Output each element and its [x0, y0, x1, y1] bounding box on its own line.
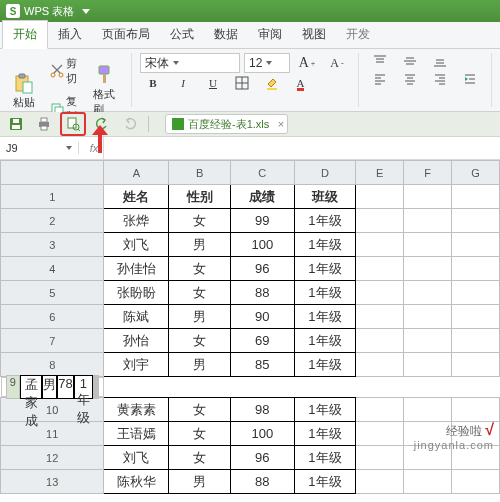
cell[interactable]	[451, 281, 499, 305]
tab-developer[interactable]: 开发	[336, 21, 380, 48]
cell[interactable]	[356, 305, 404, 329]
cell[interactable]: 性别	[169, 185, 231, 209]
cell[interactable]	[451, 353, 499, 377]
cell[interactable]: 刘飞	[104, 233, 169, 257]
cell[interactable]	[451, 185, 499, 209]
cell[interactable]: 陈斌	[104, 305, 169, 329]
cell[interactable]	[356, 257, 404, 281]
cut-button[interactable]: 剪切	[46, 53, 83, 89]
formula-fx-button[interactable]: fx	[85, 139, 103, 157]
align-bottom-button[interactable]	[427, 53, 453, 69]
cell[interactable]: 1年级	[294, 353, 356, 377]
cell[interactable]	[451, 209, 499, 233]
cell[interactable]	[404, 257, 452, 281]
cell[interactable]: 1年级	[294, 470, 356, 494]
cell[interactable]	[451, 257, 499, 281]
italic-button[interactable]: I	[170, 76, 196, 90]
cell[interactable]: 女	[169, 329, 231, 353]
cell[interactable]	[356, 446, 404, 470]
cell[interactable]: 男	[169, 353, 231, 377]
cell[interactable]: 69	[231, 329, 295, 353]
cell[interactable]: 黄素素	[104, 398, 169, 422]
align-left-button[interactable]	[367, 71, 393, 87]
row-header[interactable]: 2	[1, 209, 104, 233]
cell[interactable]: 姓名	[104, 185, 169, 209]
close-icon[interactable]: ×	[278, 118, 284, 130]
align-right-button[interactable]	[427, 71, 453, 87]
cell[interactable]	[356, 209, 404, 233]
cell[interactable]: 男	[42, 375, 57, 399]
cell[interactable]: 1年级	[294, 257, 356, 281]
cell[interactable]: 刘宇	[104, 353, 169, 377]
select-all-corner[interactable]	[1, 161, 104, 185]
cell[interactable]: 1年级	[294, 233, 356, 257]
cell[interactable]	[404, 185, 452, 209]
cell[interactable]: 女	[169, 446, 231, 470]
spreadsheet-grid[interactable]: A B C D E F G 1姓名性别成绩班级2张烨女991年级3刘飞男1001…	[0, 160, 500, 494]
cell[interactable]: 1年级	[294, 422, 356, 446]
row-header[interactable]: 3	[1, 233, 104, 257]
cell[interactable]	[451, 305, 499, 329]
cell[interactable]: 女	[169, 422, 231, 446]
align-center-button[interactable]	[397, 71, 423, 87]
align-top-button[interactable]	[367, 53, 393, 69]
cell[interactable]: 1年级	[294, 281, 356, 305]
tab-start[interactable]: 开始	[2, 20, 48, 49]
cell[interactable]	[356, 185, 404, 209]
cell[interactable]	[404, 281, 452, 305]
tab-view[interactable]: 视图	[292, 21, 336, 48]
row-header[interactable]: 1	[1, 185, 104, 209]
cell[interactable]	[451, 470, 499, 494]
cell[interactable]	[404, 209, 452, 233]
cell[interactable]	[404, 329, 452, 353]
cell[interactable]: 99	[231, 209, 295, 233]
increase-font-button[interactable]: A+	[294, 54, 320, 72]
table-row[interactable]: 4孙佳怡女961年级	[1, 257, 500, 281]
table-row[interactable]: 8刘宇男851年级	[1, 353, 500, 377]
cell[interactable]: 1年级	[294, 209, 356, 233]
tab-formula[interactable]: 公式	[160, 21, 204, 48]
cell[interactable]: 女	[169, 257, 231, 281]
tab-insert[interactable]: 插入	[48, 21, 92, 48]
cell[interactable]: 1年级	[294, 398, 356, 422]
cell[interactable]: 男	[169, 470, 231, 494]
cell[interactable]: 1年级	[294, 446, 356, 470]
cell[interactable]: 100	[231, 233, 295, 257]
col-header[interactable]: G	[451, 161, 499, 185]
cell[interactable]: 男	[169, 233, 231, 257]
cell[interactable]	[97, 375, 99, 399]
cell[interactable]	[451, 233, 499, 257]
cell[interactable]: 96	[231, 257, 295, 281]
qat-redo-button[interactable]	[118, 113, 142, 135]
table-row[interactable]: 7孙怡女691年级	[1, 329, 500, 353]
table-row[interactable]: 9孟家成男781年级	[1, 377, 104, 397]
row-header[interactable]: 7	[1, 329, 104, 353]
border-button[interactable]	[230, 75, 256, 91]
font-color-button[interactable]: A	[290, 76, 316, 90]
underline-button[interactable]: U	[200, 76, 226, 90]
cell[interactable]: 98	[231, 398, 295, 422]
workbook-tab[interactable]: 百度经验-表1.xls ×	[165, 114, 288, 134]
cell[interactable]	[356, 281, 404, 305]
table-row[interactable]: 3刘飞男1001年级	[1, 233, 500, 257]
cell[interactable]: 女	[169, 398, 231, 422]
cell[interactable]: 张烨	[104, 209, 169, 233]
table-row[interactable]: 13陈秋华男881年级	[1, 470, 500, 494]
tab-page-layout[interactable]: 页面布局	[92, 21, 160, 48]
col-header[interactable]: D	[294, 161, 356, 185]
cell[interactable]	[451, 329, 499, 353]
qat-save-button[interactable]	[4, 113, 28, 135]
table-row[interactable]: 1姓名性别成绩班级	[1, 185, 500, 209]
qat-print-button[interactable]	[32, 113, 56, 135]
row-header[interactable]: 9	[6, 375, 20, 399]
cell[interactable]: 100	[231, 422, 295, 446]
cell[interactable]	[356, 329, 404, 353]
cell[interactable]	[356, 353, 404, 377]
indent-button[interactable]	[457, 71, 483, 87]
font-name-select[interactable]: 宋体	[140, 53, 240, 73]
paste-button[interactable]: 粘贴	[6, 69, 42, 112]
cell[interactable]: 张盼盼	[104, 281, 169, 305]
qat-undo-button[interactable]	[90, 113, 114, 135]
cell[interactable]: 班级	[294, 185, 356, 209]
fill-color-button[interactable]	[260, 75, 286, 91]
